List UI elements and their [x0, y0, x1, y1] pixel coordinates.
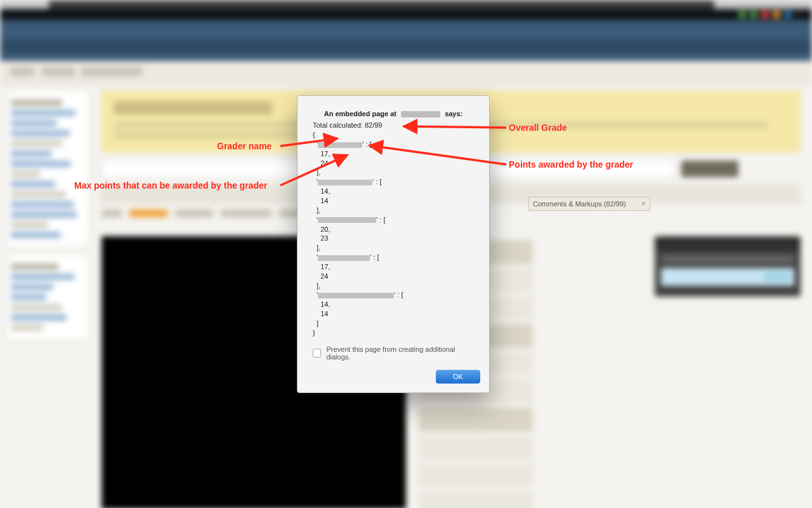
origin-redacted — [401, 111, 440, 117]
annotation-max-points: Max points that can be awarded by the gr… — [74, 180, 267, 190]
total-value: 82/99 — [365, 121, 383, 129]
ok-button[interactable]: OK — [436, 370, 480, 384]
grade-json-block: { '' : [ 17, 24 ], '' : [ 14, 14 ], '' :… — [313, 130, 474, 338]
annotation-grader-name: Grader name — [217, 141, 272, 151]
annotation-overall-grade: Overall Grade — [509, 123, 567, 133]
alert-dialog: An embedded page at says: Total calculat… — [297, 95, 490, 393]
prevent-label: Prevent this page from creating addition… — [326, 345, 474, 361]
comments-panel-header[interactable]: Comments & Markups (82/99) × — [528, 197, 650, 211]
close-icon[interactable]: × — [641, 199, 646, 208]
prevent-dialogs-row[interactable]: Prevent this page from creating addition… — [313, 345, 474, 361]
annotation-points-awarded: Points awarded by the grader — [509, 159, 633, 170]
prevent-checkbox[interactable] — [313, 349, 321, 358]
dialog-title: An embedded page at says: — [313, 110, 474, 117]
comments-label: Comments & Markups (82/99) — [533, 200, 626, 208]
total-line: Total calculated: 82/99 — [313, 121, 474, 129]
